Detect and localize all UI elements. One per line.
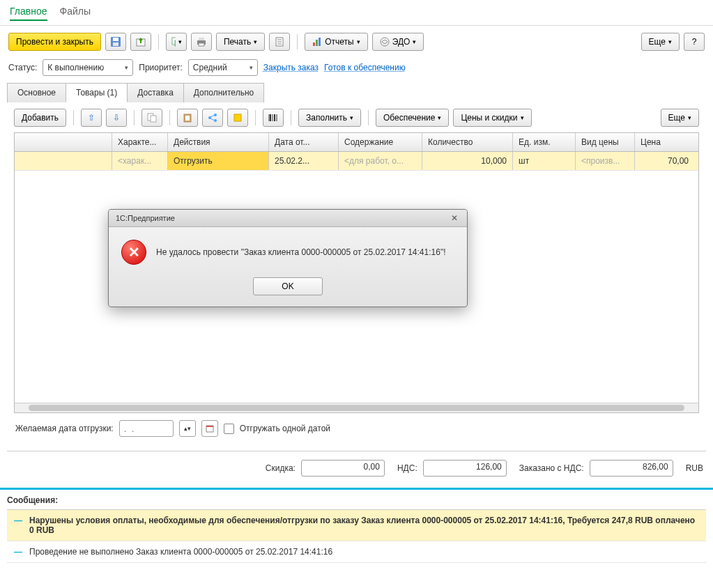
create-based-button[interactable]: ▾	[166, 33, 187, 51]
status-label: Статус:	[8, 63, 37, 72]
move-down-button[interactable]: ⇩	[106, 109, 127, 127]
ship-date-label: Желаемая дата отгрузки:	[15, 424, 114, 433]
svg-rect-33	[206, 426, 213, 427]
svg-rect-7	[199, 38, 204, 40]
ok-button[interactable]: OK	[253, 277, 323, 295]
svg-line-24	[210, 115, 215, 117]
message-bullet-icon: —	[14, 516, 22, 525]
svg-rect-13	[313, 42, 315, 46]
dialog-message: Не удалось провести "Заказ клиента 0000-…	[156, 247, 445, 257]
single-date-checkbox[interactable]	[224, 424, 234, 434]
yellow-flag-button[interactable]	[227, 109, 248, 127]
post-and-close-button[interactable]: Провести и закрыть	[8, 33, 101, 51]
provision-dropdown[interactable]: Обеспечение▾	[376, 109, 449, 127]
help-button[interactable]: ?	[684, 33, 705, 51]
messages-title: Сообщения:	[7, 495, 706, 510]
table-row[interactable]: <харак... Отгрузить 25.02.2... <для рабо…	[15, 152, 698, 171]
discount-value: 0,00	[301, 460, 385, 477]
svg-line-25	[210, 118, 215, 121]
add-button[interactable]: Добавить	[14, 109, 66, 127]
message-bullet-icon: —	[14, 547, 22, 557]
share-button[interactable]	[202, 109, 223, 127]
vat-label: НДС:	[397, 463, 417, 473]
prices-dropdown[interactable]: Цены и скидки▾	[453, 109, 531, 127]
divider	[158, 34, 159, 49]
ready-link[interactable]: Готов к обеспечению	[324, 63, 406, 72]
svg-rect-15	[319, 38, 321, 46]
svg-rect-5	[175, 40, 176, 46]
print-dropdown[interactable]: Печать▾	[216, 33, 265, 51]
vat-value: 126,00	[423, 460, 507, 477]
svg-rect-20	[185, 116, 190, 121]
tab-additional[interactable]: Дополнительно	[183, 83, 264, 102]
paste-button[interactable]	[177, 109, 198, 127]
priority-label: Приоритет:	[139, 63, 183, 72]
total-label: Заказано с НДС:	[519, 463, 584, 473]
svg-rect-8	[199, 43, 204, 46]
tab-delivery[interactable]: Доставка	[127, 83, 184, 102]
error-icon: ✕	[121, 240, 146, 265]
message-item-error[interactable]: — Нарушены условия оплаты, необходимые д…	[7, 510, 706, 541]
fill-dropdown[interactable]: Заполнить▾	[298, 109, 361, 127]
save-button[interactable]	[105, 33, 126, 51]
divider	[297, 34, 298, 49]
grid-more-button[interactable]: Еще▾	[661, 109, 699, 127]
error-dialog: 1С:Предприятие ✕ ✕ Не удалось провести "…	[108, 209, 468, 307]
ship-date-input[interactable]	[119, 420, 174, 437]
date-spinner[interactable]: ▴▾	[179, 420, 196, 437]
printer-button[interactable]	[191, 33, 212, 51]
svg-rect-14	[316, 40, 318, 46]
reports-dropdown[interactable]: Отчеты▾	[305, 33, 367, 51]
column-header-empty[interactable]	[15, 133, 112, 151]
more-button[interactable]: Еще▾	[641, 33, 680, 51]
column-header-qty[interactable]: Количество	[422, 133, 513, 151]
copy-button[interactable]	[141, 109, 162, 127]
single-date-label: Отгружать одной датой	[240, 424, 330, 433]
dialog-title: 1С:Предприятие	[116, 214, 175, 222]
message-item-info[interactable]: — Проведение не выполнено Заказ клиента …	[7, 541, 706, 563]
edo-dropdown[interactable]: ЭДО▾	[372, 33, 424, 51]
post-button[interactable]	[130, 33, 151, 51]
column-header-price[interactable]: Цена	[635, 133, 694, 151]
tab-goods[interactable]: Товары (1)	[66, 83, 128, 102]
date-picker-icon[interactable]	[201, 420, 218, 437]
discount-label: Скидка:	[266, 463, 296, 473]
docs-button[interactable]	[269, 33, 290, 51]
svg-rect-26	[234, 114, 241, 121]
column-header-content[interactable]: Содержание	[339, 133, 422, 151]
horizontal-scrollbar[interactable]	[15, 403, 698, 412]
nav-main[interactable]: Главное	[10, 6, 47, 21]
column-header-date[interactable]: Дата от...	[269, 133, 339, 151]
svg-rect-2	[113, 42, 118, 46]
column-header-pricetype[interactable]: Вид цены	[576, 133, 635, 151]
total-value: 826,00	[590, 460, 673, 477]
svg-rect-18	[151, 116, 156, 122]
tab-main[interactable]: Основное	[7, 83, 66, 102]
column-header-characteristic[interactable]: Характе...	[112, 133, 168, 151]
currency-label: RUB	[686, 463, 703, 473]
priority-select[interactable]: Средний▾	[188, 59, 258, 76]
status-select[interactable]: К выполнению▾	[43, 59, 133, 76]
svg-rect-1	[113, 38, 118, 41]
close-icon[interactable]: ✕	[449, 212, 460, 224]
move-up-button[interactable]: ⇧	[81, 109, 102, 127]
nav-files[interactable]: Файлы	[60, 6, 91, 21]
column-header-unit[interactable]: Ед. изм.	[513, 133, 576, 151]
close-order-link[interactable]: Закрыть заказ	[263, 63, 319, 72]
barcode-button[interactable]	[263, 109, 284, 127]
column-header-actions[interactable]: Действия	[168, 133, 269, 151]
